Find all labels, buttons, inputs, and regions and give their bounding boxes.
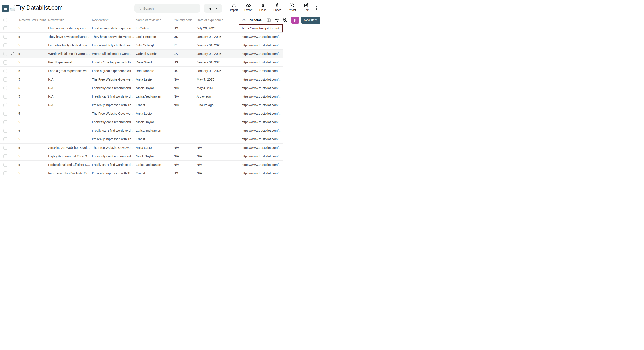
cell-name-of-reviewer[interactable]: Larisa Yedigaryan bbox=[134, 129, 172, 132]
row-checkbox[interactable] bbox=[3, 120, 8, 124]
cell-page-source-url[interactable]: https://www.trustpilot.com/… bbox=[239, 41, 283, 49]
hamburger-menu-button[interactable] bbox=[2, 5, 9, 12]
trustpilot-link[interactable]: https://www.trustpilot.com/… bbox=[242, 52, 282, 56]
trustpilot-link[interactable]: https://www.trustpilot.com/… bbox=[242, 137, 282, 141]
trustpilot-link[interactable]: https://www.trustpilot.com/… bbox=[242, 172, 282, 175]
cell-name-of-reviewer[interactable]: Julia Schlegl bbox=[134, 43, 172, 47]
cell-country-code[interactable]: US bbox=[172, 61, 195, 64]
cell-review-title[interactable]: They have always delivered … bbox=[46, 35, 90, 38]
cell-review-text[interactable]: I really can’t find words to d… bbox=[90, 163, 134, 167]
cell-page-source-url[interactable]: https://www.trustpilot.com/… bbox=[239, 135, 283, 143]
cell-review-text[interactable]: The Free Website Guys wer… bbox=[90, 146, 134, 149]
cell-name-of-reviewer[interactable]: LaCloteal bbox=[134, 26, 172, 30]
trustpilot-link[interactable]: https://www.trustpilot.com/… bbox=[242, 155, 282, 158]
cell-page-source-url[interactable]: https://www.trustpilot.com/… bbox=[239, 109, 283, 118]
cell-page-source-url[interactable]: https://www.trustpilot.com/… bbox=[239, 75, 283, 84]
cell-review-title[interactable]: Professional and Efficient S… bbox=[46, 163, 90, 167]
cell-review-text[interactable]: I’m really impressed with Th… bbox=[90, 137, 134, 141]
cell-page-source-url[interactable]: https://www.trustpilot.com/… bbox=[239, 50, 283, 58]
clean-button[interactable]: Clean bbox=[256, 3, 270, 11]
cell-country-code[interactable]: N/A bbox=[172, 86, 195, 90]
cell-review-star-count[interactable]: 5 bbox=[17, 61, 46, 64]
cell-date-of-experience[interactable]: January 01, 2025 bbox=[195, 61, 239, 64]
cell-date-of-experience[interactable]: July 26, 2024 bbox=[195, 26, 239, 30]
cell-page-source-url[interactable]: https://www.trustpilot.com/… bbox=[239, 126, 283, 135]
cell-date-of-experience[interactable]: N/A bbox=[195, 172, 239, 175]
row-checkbox[interactable] bbox=[3, 146, 8, 150]
cell-name-of-reviewer[interactable]: Dana Ward bbox=[134, 61, 172, 64]
row-checkbox[interactable] bbox=[3, 35, 8, 39]
cell-review-star-count[interactable]: 5 bbox=[17, 52, 46, 56]
trustpilot-link[interactable]: https://www.trustpilot.com/… bbox=[242, 26, 282, 30]
row-checkbox[interactable] bbox=[3, 163, 8, 167]
cell-review-title[interactable]: Impressive First Website Ex… bbox=[46, 172, 90, 175]
cell-review-star-count[interactable]: 5 bbox=[17, 129, 46, 132]
cell-name-of-reviewer[interactable]: Ernest bbox=[134, 137, 172, 141]
cell-name-of-reviewer[interactable]: Larisa Yedigaryan bbox=[134, 163, 172, 167]
row-checkbox[interactable] bbox=[3, 154, 8, 158]
search-input[interactable] bbox=[143, 6, 198, 10]
search-box[interactable] bbox=[134, 4, 200, 13]
cell-review-title[interactable]: I had an incredible experien… bbox=[46, 26, 90, 30]
cell-review-text[interactable]: I honestly can’t recommend… bbox=[90, 86, 134, 90]
cell-review-star-count[interactable]: 5 bbox=[17, 35, 46, 38]
cell-review-text[interactable]: I couldn’t be happier with th… bbox=[90, 61, 134, 64]
cell-review-title[interactable]: Best Experience! bbox=[46, 61, 90, 64]
cell-review-title[interactable]: N/A bbox=[46, 78, 90, 81]
trustpilot-link[interactable]: https://www.trustpilot.com/… bbox=[242, 146, 282, 149]
cell-review-title[interactable]: I had a great experience wit… bbox=[46, 69, 90, 73]
select-all-checkbox[interactable] bbox=[3, 18, 8, 22]
cell-review-star-count[interactable]: 5 bbox=[17, 95, 46, 98]
cell-review-title[interactable]: Words will fail me if I were t… bbox=[46, 52, 90, 56]
trustpilot-link[interactable]: https://www.trustpilot.com/… bbox=[242, 112, 282, 115]
row-checkbox[interactable] bbox=[3, 103, 8, 107]
row-checkbox[interactable] bbox=[3, 77, 8, 82]
sort-icon[interactable] bbox=[273, 17, 281, 23]
cell-page-source-url[interactable]: https://www.trustpilot.com/… bbox=[239, 152, 283, 160]
cell-date-of-experience[interactable]: A day ago bbox=[195, 95, 239, 98]
cell-date-of-experience[interactable]: January 02, 2025 bbox=[195, 52, 239, 56]
expand-row-icon[interactable] bbox=[10, 52, 14, 56]
cell-country-code[interactable]: N/A bbox=[172, 146, 195, 149]
trustpilot-link[interactable]: https://www.trustpilot.com/… bbox=[242, 129, 282, 132]
cell-country-code[interactable]: N/A bbox=[172, 103, 195, 107]
cell-review-title[interactable]: N/A bbox=[46, 95, 90, 98]
column-header-date-of-experience[interactable]: Date of experience bbox=[195, 18, 239, 22]
cell-country-code[interactable]: US bbox=[172, 35, 195, 38]
cell-review-star-count[interactable]: 5 bbox=[17, 120, 46, 124]
cell-review-text[interactable]: I had an incredible experien… bbox=[90, 26, 134, 30]
cell-review-text[interactable]: The Free Website Guys wer… bbox=[90, 78, 134, 81]
trustpilot-link[interactable]: https://www.trustpilot.com/… bbox=[242, 120, 282, 124]
cell-country-code[interactable]: US bbox=[172, 26, 195, 30]
kebab-menu-icon[interactable] bbox=[314, 5, 319, 11]
trustpilot-link[interactable]: https://www.trustpilot.com/… bbox=[242, 78, 282, 81]
cell-name-of-reviewer[interactable]: Gabriel Mamba bbox=[134, 52, 172, 56]
cell-review-text[interactable]: I’m really impressed with Th… bbox=[90, 172, 134, 175]
column-header-name-of-reviewer[interactable]: Name of reviewer bbox=[134, 18, 172, 22]
cell-review-title[interactable]: I am absolutely chuffed havi… bbox=[46, 43, 90, 47]
trustpilot-link[interactable]: https://www.trustpilot.com/… bbox=[242, 163, 282, 167]
row-checkbox[interactable] bbox=[3, 95, 8, 99]
cell-review-text[interactable]: I really can’t find words to d… bbox=[90, 95, 134, 98]
cell-review-star-count[interactable]: 5 bbox=[17, 103, 46, 107]
row-checkbox[interactable] bbox=[3, 69, 8, 73]
trustpilot-link[interactable]: https://www.trustpilot.com/… bbox=[242, 103, 282, 107]
cell-country-code[interactable]: N/A bbox=[172, 163, 195, 167]
cell-date-of-experience[interactable]: May 7, 2025 bbox=[195, 78, 239, 81]
cell-review-star-count[interactable]: 5 bbox=[17, 86, 46, 90]
row-checkbox[interactable] bbox=[3, 43, 8, 47]
import-button[interactable]: Import bbox=[227, 3, 241, 11]
cell-review-star-count[interactable]: 5 bbox=[17, 172, 46, 175]
cell-country-code[interactable]: N/A bbox=[172, 78, 195, 81]
cell-country-code[interactable]: N/A bbox=[172, 155, 195, 158]
cell-name-of-reviewer[interactable]: Larisa Yedigaryan bbox=[134, 95, 172, 98]
cell-page-source-url[interactable]: https://www.trustpilot.com/… bbox=[239, 101, 283, 109]
cell-page-source-url[interactable]: https://www.trustpilot.com/… bbox=[239, 58, 283, 66]
column-header-review-title[interactable]: Review title bbox=[46, 18, 90, 22]
new-item-button[interactable]: New Item bbox=[301, 17, 320, 24]
cell-review-text[interactable]: They have always delivered … bbox=[90, 35, 134, 38]
row-checkbox[interactable] bbox=[3, 137, 8, 141]
row-checkbox[interactable] bbox=[3, 129, 8, 133]
cell-name-of-reviewer[interactable]: Anita Lester bbox=[134, 112, 172, 115]
cell-date-of-experience[interactable]: N/A bbox=[195, 163, 239, 167]
